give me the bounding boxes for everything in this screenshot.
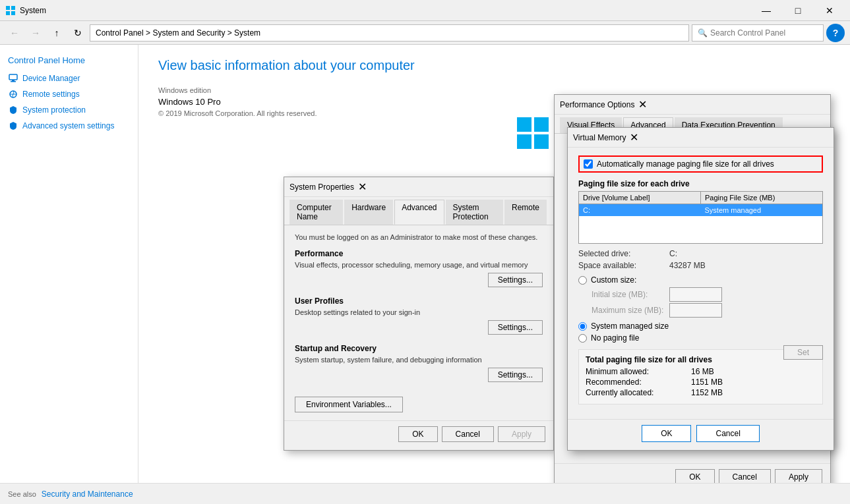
refresh-button[interactable]: ↻ xyxy=(69,24,87,42)
sys-props-content: You must be logged on as an Administrato… xyxy=(284,225,553,420)
sidebar-item-remote-settings[interactable]: Remote settings xyxy=(0,86,138,102)
sys-props-title-bar: System Properties ✕ xyxy=(284,177,553,197)
startup-recovery-title: Startup and Recovery xyxy=(295,344,543,353)
custom-size-radio[interactable] xyxy=(578,276,587,285)
env-vars-button[interactable]: Environment Variables... xyxy=(295,397,403,412)
perf-cancel-button[interactable]: Cancel xyxy=(719,469,771,483)
system-managed-radio[interactable] xyxy=(578,322,587,331)
radio-section: Custom size: Initial size (MB): Maximum … xyxy=(578,275,823,343)
custom-size-label: Custom size: xyxy=(591,275,636,285)
initial-size-row: Initial size (MB): xyxy=(578,287,823,302)
min-allowed-row: Minimum allowed: 16 MB xyxy=(586,367,816,376)
total-paging-title: Total paging file size for all drives xyxy=(586,355,816,364)
no-paging-radio[interactable] xyxy=(578,334,587,343)
see-also-label: See also xyxy=(8,490,36,498)
set-button[interactable]: Set xyxy=(783,345,823,360)
space-available-label: Space available: xyxy=(578,261,664,270)
virt-dialog-footer: OK Cancel xyxy=(568,419,834,450)
close-button[interactable]: ✕ xyxy=(814,0,845,21)
tab-hardware[interactable]: Hardware xyxy=(344,200,393,225)
paging-section: Paging file size for each drive Drive [V… xyxy=(578,179,823,244)
selected-drive-value: C: xyxy=(669,249,823,258)
device-manager-label: Device Manager xyxy=(22,74,80,83)
auto-manage-row: Automatically manage paging file size fo… xyxy=(578,155,823,173)
recommended-row: Recommended: 1151 MB xyxy=(586,378,816,387)
maximum-size-label: Maximum size (MB): xyxy=(578,306,664,315)
svg-rect-5 xyxy=(12,80,15,81)
help-button[interactable]: ? xyxy=(826,24,845,42)
currently-allocated-label: Currently allocated: xyxy=(586,388,691,397)
back-button[interactable]: ← xyxy=(5,24,24,42)
user-profiles-settings-button[interactable]: Settings... xyxy=(488,320,543,335)
virtual-memory-dialog: Virtual Memory ✕ Automatically manage pa… xyxy=(567,127,834,451)
startup-recovery-settings-button[interactable]: Settings... xyxy=(488,368,543,382)
sidebar-home[interactable]: Control Panel Home xyxy=(0,53,138,70)
startup-recovery-section: Startup and Recovery System startup, sys… xyxy=(295,344,543,382)
page-title: View basic information about your comput… xyxy=(158,58,830,73)
virt-ok-button[interactable]: OK xyxy=(642,425,691,442)
performance-section: Performance Visual effects, processor sc… xyxy=(295,249,543,287)
tab-advanced[interactable]: Advanced xyxy=(394,200,444,225)
svg-rect-10 xyxy=(534,117,549,132)
tab-system-protection[interactable]: System Protection xyxy=(446,200,503,225)
search-box: 🔍 xyxy=(692,24,824,42)
maximum-size-row: Maximum size (MB): xyxy=(578,303,823,318)
virt-cancel-button[interactable]: Cancel xyxy=(696,425,759,442)
min-allowed-label: Minimum allowed: xyxy=(586,367,691,376)
col-paging-size: Paging File Size (MB) xyxy=(701,192,822,204)
virt-dialog-title: Virtual Memory xyxy=(573,133,626,142)
sys-props-ok-button[interactable]: OK xyxy=(398,426,437,442)
perf-apply-button[interactable]: Apply xyxy=(775,469,822,483)
svg-rect-11 xyxy=(517,134,531,149)
search-input[interactable] xyxy=(710,28,816,38)
svg-rect-3 xyxy=(11,11,15,15)
tab-computer-name[interactable]: Computer Name xyxy=(289,200,343,225)
sidebar: Control Panel Home Device Manager Remote… xyxy=(0,45,138,483)
sys-props-close-button[interactable]: ✕ xyxy=(354,179,370,195)
advanced-settings-label: Advanced system settings xyxy=(22,121,114,130)
auto-manage-label: Automatically manage paging file size fo… xyxy=(597,159,774,169)
security-maintenance-link[interactable]: Security and Maintenance xyxy=(42,490,133,499)
device-manager-icon xyxy=(8,73,18,84)
sidebar-item-system-protection[interactable]: System protection xyxy=(0,102,138,118)
perf-footer: OK Cancel Apply xyxy=(555,463,830,483)
search-icon: 🔍 xyxy=(698,28,708,38)
main-container: Control Panel Home Device Manager Remote… xyxy=(0,45,850,483)
title-bar: System — □ ✕ xyxy=(0,0,850,21)
up-button[interactable]: ↑ xyxy=(47,24,66,42)
app-icon xyxy=(5,5,16,16)
sys-props-apply-button[interactable]: Apply xyxy=(498,426,545,442)
sys-props-cancel-button[interactable]: Cancel xyxy=(442,426,494,442)
user-profiles-section: User Profiles Desktop settings related t… xyxy=(295,296,543,335)
svg-rect-1 xyxy=(11,6,15,10)
breadcrumb-text: Control Panel > System and Security > Sy… xyxy=(96,28,260,38)
virt-dialog-close-button[interactable]: ✕ xyxy=(626,130,642,146)
sidebar-item-advanced-settings[interactable]: Advanced system settings xyxy=(0,118,138,134)
sidebar-item-device-manager[interactable]: Device Manager xyxy=(0,70,138,86)
maximize-button[interactable]: □ xyxy=(783,0,813,21)
size-cell: System managed xyxy=(701,204,823,216)
sys-props-tabs: Computer Name Hardware Advanced System P… xyxy=(284,197,553,225)
tab-remote[interactable]: Remote xyxy=(504,200,547,225)
initial-size-input[interactable] xyxy=(669,287,722,302)
auto-manage-checkbox[interactable] xyxy=(584,159,593,169)
windows-logo-icon xyxy=(517,111,558,150)
breadcrumb: Control Panel > System and Security > Sy… xyxy=(90,24,689,42)
system-protection-label: System protection xyxy=(22,105,86,115)
perf-ok-button[interactable]: OK xyxy=(675,469,714,483)
svg-rect-12 xyxy=(534,134,549,149)
minimize-button[interactable]: — xyxy=(751,0,781,21)
performance-title: Performance xyxy=(295,249,543,258)
currently-allocated-row: Currently allocated: 1152 MB xyxy=(586,388,816,397)
forward-button[interactable]: → xyxy=(26,24,45,42)
perf-dialog-close-button[interactable]: ✕ xyxy=(634,97,650,113)
maximum-size-input[interactable] xyxy=(669,303,722,318)
performance-settings-button[interactable]: Settings... xyxy=(488,273,543,287)
user-profiles-desc: Desktop settings related to your sign-in xyxy=(295,308,543,316)
remote-settings-label: Remote settings xyxy=(22,90,80,99)
min-allowed-value: 16 MB xyxy=(691,367,816,376)
paging-table-row[interactable]: C: System managed xyxy=(579,204,822,216)
no-paging-row: No paging file xyxy=(578,333,823,343)
recommended-label: Recommended: xyxy=(586,378,691,387)
admin-note: You must be logged on as an Administrato… xyxy=(295,233,543,241)
